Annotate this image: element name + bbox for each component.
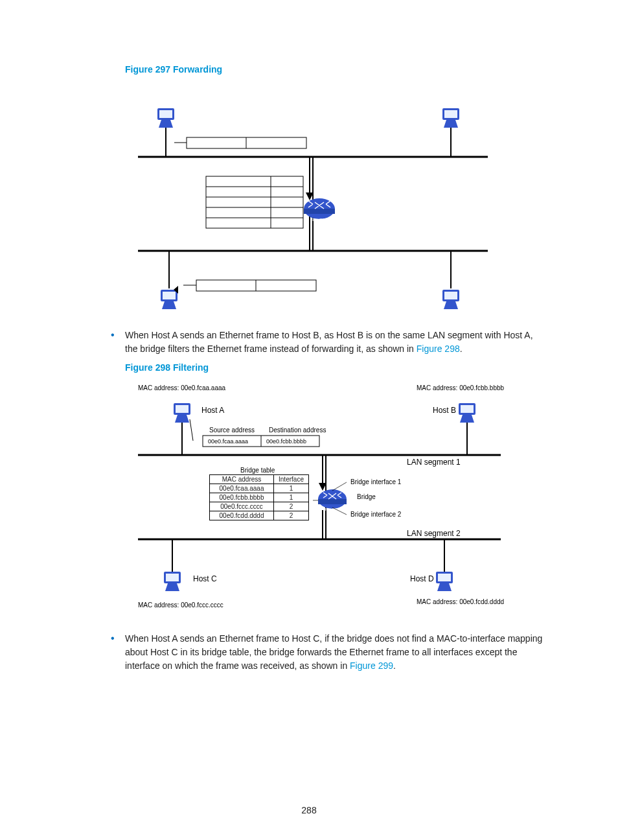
para2-tail: . [393,660,396,671]
dst-mac: 00e0.fcbb.bbbb [266,438,306,445]
figure-298-link[interactable]: Figure 298 [417,344,460,354]
para1-text: When Host A sends an Ethernet frame to H… [125,330,533,354]
figure-297-title: Figure 297 Forwarding [125,64,544,75]
svg-rect-26 [163,292,176,299]
svg-rect-30 [444,292,457,299]
para2-text: When Host A sends an Ethernet frame to H… [125,633,542,671]
svg-rect-58 [438,574,451,581]
figure-297-diagram: ROUTER [125,82,501,322]
bullet-list-1: When Host A sends an Ethernet frame to H… [74,329,544,356]
svg-rect-55 [166,574,179,581]
svg-rect-10 [206,176,303,228]
bridge-label: Bridge [357,493,376,500]
src-addr-label: Source address [209,426,255,434]
hostA-name: Host A [201,406,224,415]
svg-rect-19 [159,110,172,118]
bullet-list-2: When Host A sends an Ethernet frame to H… [74,632,544,673]
svg-line-51 [332,482,347,491]
bridge-table-title: Bridge table [240,467,275,474]
svg-rect-49 [318,499,347,504]
col-if: Interface [274,475,309,484]
para1-tail: . [460,344,463,354]
hostB-mac-label: MAC address: 00e0.fcbb.bbbb [417,384,505,391]
svg-line-37 [190,419,193,441]
bridge-if2-label: Bridge interface 2 [350,511,402,518]
lan1-label: LAN segment 1 [407,458,461,467]
paragraph-1: When Host A sends an Ethernet frame to H… [125,330,533,354]
figure-298-title: Figure 298 Filtering [125,362,544,373]
svg-rect-35 [176,405,189,413]
page-number: 288 [0,805,618,815]
hostA-mac-label: MAC address: 00e0.fcaa.aaaa [138,384,226,391]
figure-298-diagram: MAC address: 00e0.fcaa.aaaa MAC address:… [125,380,527,620]
svg-rect-39 [461,405,474,413]
hostD-name: Host D [410,574,434,583]
paragraph-2: When Host A sends an Ethernet frame to H… [125,633,542,671]
lan2-label: LAN segment 2 [407,529,461,538]
svg-text:ROUTER: ROUTER [325,508,339,511]
bridge-if1-label: Bridge interface 1 [350,478,402,485]
svg-text:ROUTER: ROUTER [311,218,328,222]
svg-rect-23 [444,110,457,118]
hostC-name: Host C [193,574,217,583]
src-mac: 00e0.fcaa.aaaa [208,438,248,445]
hostD-mac-label: MAC address: 00e0.fcdd.dddd [417,598,504,605]
figure-299-link[interactable]: Figure 299 [350,660,393,671]
svg-rect-6 [304,209,335,214]
bridge-table: MAC addressInterface 00e0.fcaa.aaaa1 00e… [209,474,309,520]
hostC-mac-label: MAC address: 00e0.fccc.cccc [138,601,223,609]
hostB-name: Host B [433,406,456,415]
col-mac: MAC address [210,475,274,484]
dst-addr-label: Destination address [269,426,326,434]
